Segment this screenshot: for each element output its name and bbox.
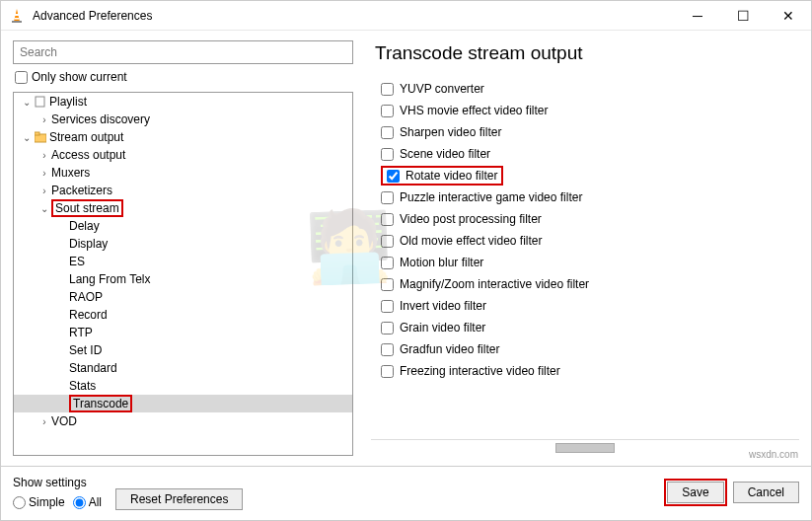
folder-icon [34, 131, 47, 143]
filter-label: Sharpen video filter [400, 125, 501, 139]
highlight-box: Sout stream [51, 199, 123, 217]
chevron-right-icon[interactable]: › [37, 168, 51, 179]
tree-item-display[interactable]: Display [14, 235, 352, 253]
chevron-right-icon[interactable]: › [37, 150, 51, 161]
highlight-box: Transcode [69, 395, 132, 412]
filter-label: Video post processing filter [400, 212, 542, 226]
svg-rect-4 [36, 97, 44, 107]
filter-checkbox[interactable] [381, 278, 394, 291]
filter-label: VHS movie effect video filter [400, 104, 549, 117]
filter-sharpen-video-filter[interactable]: Sharpen video filter [381, 121, 795, 143]
filter-checkbox[interactable] [381, 105, 394, 117]
filter-vhs-movie-effect-video-filter[interactable]: VHS movie effect video filter [381, 100, 795, 121]
filter-magnify-zoom-interactive-video-filter[interactable]: Magnify/Zoom interactive video filter [381, 273, 795, 295]
maximize-button[interactable]: ☐ [720, 1, 766, 31]
filter-label: Puzzle interactive game video filter [400, 190, 582, 204]
filter-yuvp-converter[interactable]: YUVP converter [381, 78, 795, 100]
tree-item-standard[interactable]: Standard [14, 359, 352, 377]
tree-item-raop[interactable]: RAOP [14, 288, 352, 306]
tree-item-playlist[interactable]: ⌄Playlist [14, 93, 352, 111]
chevron-right-icon[interactable]: › [37, 416, 51, 427]
filter-scene-video-filter[interactable]: Scene video filter [381, 143, 795, 165]
filter-checkbox[interactable] [381, 126, 394, 139]
filter-gradfun-video-filter[interactable]: Gradfun video filter [381, 338, 795, 360]
only-show-current-checkbox[interactable]: Only show current [13, 64, 353, 92]
save-button[interactable]: Save [667, 482, 723, 503]
titlebar: Advanced Preferences ─ ☐ ✕ [1, 1, 811, 31]
tree-item-record[interactable]: Record [14, 306, 352, 324]
cancel-button[interactable]: Cancel [733, 482, 799, 503]
tree-item-vod[interactable]: ›VOD [14, 412, 352, 430]
filter-checkbox[interactable] [387, 170, 400, 183]
preferences-tree[interactable]: ⌄Playlist›Services discovery⌄Stream outp… [13, 92, 353, 456]
tree-item-access-output[interactable]: ›Access output [14, 146, 352, 164]
filter-freezing-interactive-video-filter[interactable]: Freezing interactive video filter [381, 360, 795, 382]
filter-list: YUVP converterVHS movie effect video fil… [371, 72, 799, 439]
tree-item-label: Set ID [69, 343, 102, 357]
tree-item-es[interactable]: ES [14, 253, 352, 270]
tree-item-rtp[interactable]: RTP [14, 324, 352, 341]
filter-label: Magnify/Zoom interactive video filter [400, 277, 589, 291]
filter-checkbox[interactable] [381, 365, 394, 378]
svg-rect-3 [12, 21, 22, 23]
tree-item-packetizers[interactable]: ›Packetizers [14, 182, 352, 199]
filter-old-movie-effect-video-filter[interactable]: Old movie effect video filter [381, 230, 795, 252]
tree-item-label: RAOP [69, 290, 103, 304]
tree-item-set-id[interactable]: Set ID [14, 341, 352, 359]
tree-item-lang-from-telx[interactable]: Lang From Telx [14, 270, 352, 288]
filter-rotate-video-filter[interactable]: Rotate video filter [381, 165, 795, 186]
minimize-button[interactable]: ─ [675, 1, 720, 31]
chevron-right-icon[interactable]: › [37, 186, 51, 196]
filter-checkbox[interactable] [381, 235, 394, 248]
filter-checkbox[interactable] [381, 213, 394, 226]
filter-checkbox[interactable] [381, 257, 394, 269]
tree-item-label: Delay [69, 219, 100, 233]
tree-item-delay[interactable]: Delay [14, 217, 352, 235]
right-panel: Transcode stream output YUVP converterVH… [371, 40, 799, 456]
svg-rect-1 [14, 14, 20, 16]
footer: Show settings Simple All Reset Preferenc… [1, 466, 811, 520]
filter-video-post-processing-filter[interactable]: Video post processing filter [381, 208, 795, 230]
filter-checkbox[interactable] [381, 83, 394, 96]
tree-item-muxers[interactable]: ›Muxers [14, 164, 352, 182]
search-input[interactable]: Search [13, 40, 353, 64]
horizontal-scrollbar[interactable] [371, 439, 799, 456]
filter-checkbox[interactable] [381, 148, 394, 161]
tree-item-label: Lang From Telx [69, 272, 150, 286]
page-icon [34, 96, 47, 108]
svg-rect-6 [35, 132, 39, 135]
panel-title: Transcode stream output [371, 40, 799, 72]
tree-item-sout-stream[interactable]: ⌄Sout stream [14, 199, 352, 217]
tree-item-label: Access output [51, 148, 125, 162]
filter-label: Rotate video filter [406, 169, 497, 183]
tree-item-transcode[interactable]: Transcode [14, 395, 352, 412]
simple-radio[interactable]: Simple [13, 495, 65, 509]
filter-label: Invert video filter [400, 299, 486, 313]
reset-preferences-button[interactable]: Reset Preferences [115, 488, 243, 510]
chevron-down-icon[interactable]: ⌄ [20, 132, 34, 143]
chevron-down-icon[interactable]: ⌄ [20, 97, 34, 108]
tree-item-stream-output[interactable]: ⌄Stream output [14, 128, 352, 146]
filter-invert-video-filter[interactable]: Invert video filter [381, 295, 795, 317]
left-panel: Search Only show current ⌄Playlist›Servi… [13, 40, 353, 456]
tree-item-services-discovery[interactable]: ›Services discovery [14, 111, 352, 128]
filter-label: Motion blur filter [400, 256, 483, 269]
source-watermark: wsxdn.com [749, 449, 798, 460]
filter-checkbox[interactable] [381, 300, 394, 313]
filter-checkbox[interactable] [381, 343, 394, 356]
tree-item-label: Stats [69, 379, 96, 393]
filter-label: Scene video filter [400, 147, 490, 161]
close-button[interactable]: ✕ [766, 1, 811, 31]
filter-checkbox[interactable] [381, 322, 394, 335]
filter-motion-blur-filter[interactable]: Motion blur filter [381, 252, 795, 273]
chevron-down-icon[interactable]: ⌄ [37, 203, 51, 214]
filter-grain-video-filter[interactable]: Grain video filter [381, 317, 795, 338]
chevron-right-icon[interactable]: › [37, 114, 51, 125]
tree-item-stats[interactable]: Stats [14, 377, 352, 395]
filter-label: Gradfun video filter [400, 342, 499, 356]
tree-item-label: Playlist [49, 95, 87, 109]
filter-checkbox[interactable] [381, 191, 394, 204]
all-radio[interactable]: All [73, 495, 102, 509]
tree-item-label: Muxers [51, 166, 90, 180]
filter-puzzle-interactive-game-video-filter[interactable]: Puzzle interactive game video filter [381, 186, 795, 208]
